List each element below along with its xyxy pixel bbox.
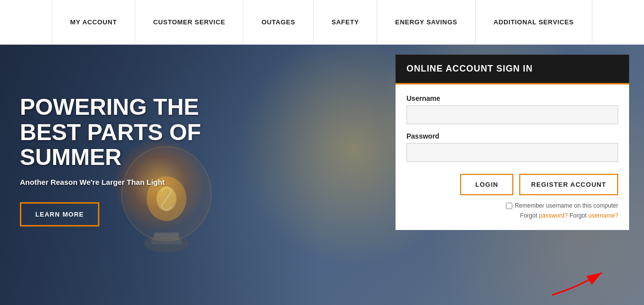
arrow-annotation (537, 258, 617, 298)
learn-more-button[interactable]: LEARN MORE (20, 202, 99, 227)
username-label: Username (406, 94, 618, 102)
register-account-button[interactable]: REGISTER ACCOUNT (519, 174, 618, 195)
hero-section: POWERING THE BEST PARTS OF SUMMER Anothe… (0, 45, 644, 305)
nav-my-account[interactable]: MY ACCOUNT (52, 0, 135, 45)
hero-content: POWERING THE BEST PARTS OF SUMMER Anothe… (20, 94, 258, 227)
navigation: MY ACCOUNT CUSTOMER SERVICE OUTAGES SAFE… (0, 0, 644, 45)
password-input[interactable] (406, 143, 618, 162)
username-input[interactable] (406, 105, 618, 124)
remember-label: Remember username on this computer (515, 202, 618, 209)
forgot-username-text: Forgot (568, 212, 588, 219)
hero-subtitle: Another Reason We're Larger Than Light (20, 178, 258, 186)
nav-additional-services[interactable]: ADDITIONAL SERVICES (476, 0, 592, 45)
nav-items: MY ACCOUNT CUSTOMER SERVICE OUTAGES SAFE… (52, 0, 592, 45)
nav-outages[interactable]: OUTAGES (243, 0, 314, 45)
forgot-row: Forgot password? Forgot username? (406, 212, 618, 219)
nav-energy-savings[interactable]: ENERGY SAVINGS (377, 0, 476, 45)
login-buttons: LOGIN REGISTER ACCOUNT (406, 174, 618, 195)
password-label: Password (406, 132, 618, 140)
login-panel-title: ONLINE ACCOUNT SIGN IN (406, 64, 533, 74)
forgot-username-link[interactable]: username? (588, 212, 618, 219)
remember-checkbox[interactable] (506, 203, 512, 209)
nav-safety[interactable]: SAFETY (314, 0, 377, 45)
remember-row: Remember username on this computer (406, 202, 618, 209)
login-button[interactable]: LOGIN (460, 174, 513, 195)
login-header: ONLINE ACCOUNT SIGN IN (396, 55, 629, 84)
forgot-password-link[interactable]: password? (539, 212, 568, 219)
login-footer: Remember username on this computer Forgo… (406, 202, 618, 219)
hero-title: POWERING THE BEST PARTS OF SUMMER (20, 94, 258, 170)
nav-customer-service[interactable]: CUSTOMER SERVICE (135, 0, 243, 45)
forgot-password-text: Forgot (520, 212, 539, 219)
login-body: Username Password LOGIN REGISTER ACCOUNT… (396, 84, 629, 230)
login-panel: ONLINE ACCOUNT SIGN IN Username Password… (396, 55, 629, 230)
